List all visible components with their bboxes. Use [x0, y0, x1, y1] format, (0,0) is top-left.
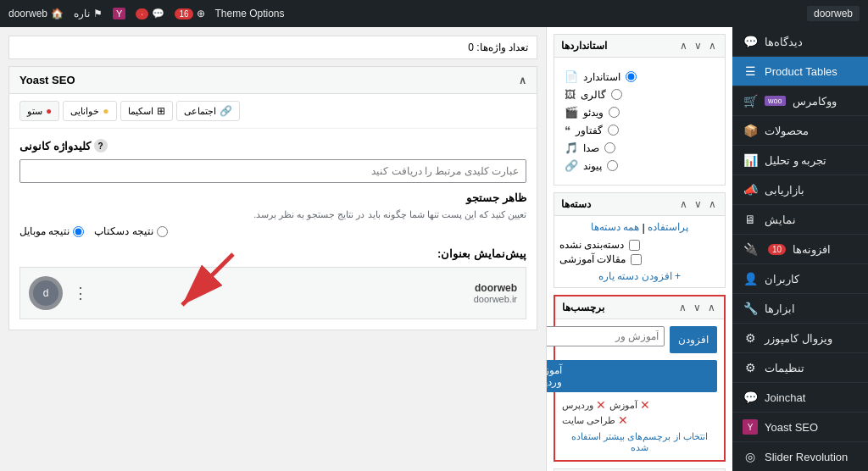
seo-tab-icon: ●	[46, 105, 52, 117]
sidebar-item-products-label: محصولات	[765, 125, 809, 137]
cat-label-uncategorized: دسته‌بندی نشده	[559, 239, 624, 251]
social-tab-icon: 🔗	[220, 105, 232, 117]
sidebar-item-analytics[interactable]: تجربه و تحلیل 📊	[732, 146, 868, 175]
admin-bar-updates[interactable]: ⊕ 16	[175, 8, 204, 19]
cat-browse-link[interactable]: پراستفاده	[648, 221, 688, 234]
tags-widget-title: برچسب‌ها	[562, 302, 604, 313]
tags-add-button[interactable]: افزودن	[670, 326, 717, 353]
sidebar-item-products[interactable]: محصولات 📦	[732, 116, 868, 146]
cat-label-tutorials: مقالات آموزشی	[559, 253, 626, 265]
canonical-input[interactable]	[19, 159, 526, 183]
sidebar-item-slider[interactable]: Slider Revolution ◎	[732, 442, 868, 471]
format-widget-close-btn[interactable]: ∧	[678, 40, 689, 52]
sidebar-item-comments-label: دیدگاه‌ها	[765, 36, 803, 48]
format-item-quote[interactable]: گفتاور ❝	[561, 121, 718, 139]
sidebar-item-tools[interactable]: ابزارها 🔧	[732, 294, 868, 324]
comments-icon: 💬	[152, 8, 164, 19]
breadcrumb-preview-title: پیش‌نمایش بعنوان:	[19, 247, 526, 260]
tag-remove-learning[interactable]: ✕	[640, 399, 650, 411]
site-name-label[interactable]: doorweb	[807, 6, 860, 21]
sidebar-item-woocommerce[interactable]: ووکامرس woo 🛒	[732, 86, 868, 116]
admin-bar-flag[interactable]: ⚑ ناره	[74, 8, 103, 19]
tag-remove-wordpress[interactable]: ✕	[596, 399, 606, 411]
sidebar-item-product-tables[interactable]: Product Tables ☰	[732, 57, 868, 86]
social-card-info: doorweb doorweb.ir	[474, 282, 517, 304]
cat-check-uncategorized[interactable]	[629, 240, 640, 251]
format-label-gallery: گالری	[581, 89, 606, 101]
updates-icon: ⊕	[197, 8, 205, 19]
add-category-link[interactable]: + افزودن دسته یاره	[559, 270, 720, 282]
format-widget-body: استاندارد 📄 گالری 🖼 ویدئو 🎬	[554, 58, 725, 185]
popular-tags-link[interactable]: انتخاب از برچسم‌های بیشتر استفاده شده	[562, 431, 717, 453]
products-icon: 📦	[743, 123, 758, 138]
sidebar-item-appearance[interactable]: نمایش 🖥	[732, 205, 868, 235]
admin-sidebar: دیدگاه‌ها 💬 Product Tables ☰ ووکامرس woo…	[732, 27, 868, 471]
yoast-tab-schema[interactable]: ⊞ اسکیما	[120, 101, 173, 121]
format-radio-audio[interactable]	[604, 142, 615, 153]
sidebar-item-plugins[interactable]: افزونه‌ها 10 🔌	[732, 235, 868, 264]
tags-widget-up-btn[interactable]: ∧	[706, 302, 717, 313]
seo-tab-label: ستو	[27, 106, 42, 117]
admin-bar-left: doorweb	[807, 6, 860, 21]
yoast-tab-seo[interactable]: ● ستو	[19, 101, 59, 121]
cat-check-tutorials[interactable]	[631, 254, 642, 265]
format-item-audio[interactable]: صدا 🎵	[561, 139, 718, 157]
yoast-expand-btn[interactable]: ∧	[519, 75, 526, 86]
marketing-icon: 📣	[743, 182, 758, 197]
cat-widget-up-btn[interactable]: ∧	[707, 198, 718, 210]
sidebar-item-yoast[interactable]: Yoast SEO Y	[732, 413, 868, 442]
admin-bar-theme-options[interactable]: Theme Options	[215, 8, 285, 19]
format-radio-video[interactable]	[609, 107, 620, 118]
home-label: doorweb	[8, 8, 47, 19]
yoast-tab-social[interactable]: 🔗 اجتماعی	[176, 101, 240, 121]
woocommerce-icon: 🛒	[743, 93, 758, 108]
admin-bar-comments[interactable]: 💬 ۰	[136, 8, 164, 19]
radio-desktop-label: نتیجه دسکتاپ	[94, 225, 153, 237]
social-card-dots-btn[interactable]: ⋮	[70, 280, 92, 306]
format-radio-gallery[interactable]	[611, 89, 622, 100]
plugins-badge: 10	[768, 244, 786, 255]
tags-input[interactable]	[546, 326, 665, 346]
sidebar-item-settings-label: تنظیمات	[765, 362, 804, 374]
tags-controls: ∧ ∨ ∧	[677, 302, 717, 313]
svg-text:d: d	[43, 287, 49, 299]
format-widget-collapse-btn[interactable]: ∨	[693, 40, 704, 52]
tag-remove-design[interactable]: ✕	[618, 414, 628, 426]
tags-widget-down-btn[interactable]: ∨	[692, 302, 703, 313]
sidebar-item-comments[interactable]: دیدگاه‌ها 💬	[732, 27, 868, 57]
sidebar-item-marketing[interactable]: بازاریابی 📣	[732, 175, 868, 205]
yoast-tab-readability[interactable]: ● خوانایی	[63, 101, 116, 121]
format-widget-up-btn[interactable]: ∧	[707, 40, 718, 52]
format-item-standard[interactable]: استاندارد 📄	[561, 68, 718, 86]
sidebar-item-visual-composer[interactable]: ویزوال کامپوزر ⚙	[732, 324, 868, 353]
tag-label-design: طراحی سایت	[562, 415, 615, 426]
cat-all-link[interactable]: همه دسته‌ها	[591, 221, 639, 234]
radio-mobile: نتیجه موبایل	[19, 225, 84, 237]
main-wrap: ∧ ∨ ∧ استانداردها استاندارد 📄 گالری	[0, 27, 732, 471]
theme-options-label: Theme Options	[215, 8, 285, 19]
sidebar-item-appearance-label: نمایش	[765, 213, 796, 226]
format-item-link[interactable]: پیوند 🔗	[561, 157, 718, 175]
sidebar-item-settings[interactable]: تنظیمات ⚙	[732, 353, 868, 383]
format-radio-quote[interactable]	[608, 125, 619, 136]
radio-mobile-input[interactable]	[73, 226, 84, 237]
format-widget-title: استانداردها	[561, 40, 607, 52]
home-icon: 🏠	[51, 8, 64, 19]
yoast-panel-title: Yoast SEO	[19, 74, 75, 86]
breadcrumb-title-text: پیش‌نمایش بعنوان:	[437, 247, 526, 260]
tags-widget-collapse-btn[interactable]: ∧	[677, 302, 688, 313]
format-widget-controls: ∧ ∨ ∧	[678, 40, 718, 52]
format-radio-standard[interactable]	[626, 71, 637, 82]
search-appearance-section: ظاهر جستجو تعیین کنید که این پست تنها شم…	[19, 191, 526, 237]
format-item-gallery[interactable]: گالری 🖼	[561, 86, 718, 103]
admin-bar-yoast[interactable]: Y	[113, 8, 125, 19]
admin-bar-home[interactable]: 🏠 doorweb	[8, 8, 64, 19]
sidebar-item-users[interactable]: کاربران 👤	[732, 264, 868, 294]
tags-submit-button[interactable]: آموزش وردپرس	[546, 360, 717, 392]
cat-widget-close-btn[interactable]: ∧	[678, 198, 689, 210]
cat-widget-collapse-btn[interactable]: ∨	[693, 198, 704, 210]
format-radio-link[interactable]	[607, 160, 618, 171]
radio-desktop-input[interactable]	[157, 226, 168, 237]
format-item-video[interactable]: ویدئو 🎬	[561, 103, 718, 121]
sidebar-item-joinchat[interactable]: Joinchat 💬	[732, 383, 868, 413]
